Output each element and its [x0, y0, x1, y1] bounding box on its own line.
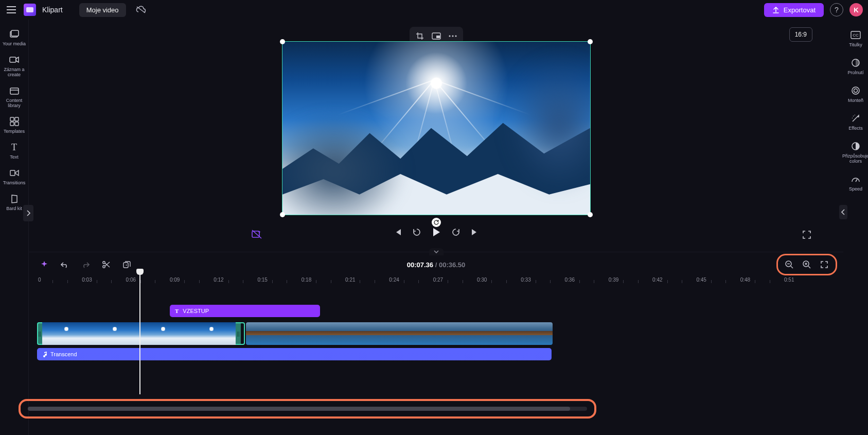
duplicate-button[interactable] [121, 259, 132, 270]
contrast-icon [851, 141, 861, 151]
sidebar-item-record-create[interactable]: Záznam a create [2, 50, 27, 80]
crop-button[interactable] [413, 30, 427, 42]
ruler-minor-tick [770, 280, 770, 283]
sidebar-item-label: Content library [2, 98, 27, 108]
sidebar-item-content-library[interactable]: Content library [2, 81, 27, 111]
ruler-minor-tick [184, 280, 185, 283]
next-button[interactable] [471, 228, 479, 236]
timeline-tracks: T VZESTUP || || [33, 305, 839, 377]
ruler-minor-tick [463, 280, 463, 283]
sidebar-item-text[interactable]: T Text [2, 138, 27, 163]
ruler-tick: 0 [38, 277, 41, 283]
transport-bar [29, 226, 843, 247]
resize-handle-tr[interactable] [588, 39, 593, 44]
trim-handle-left[interactable]: || [37, 322, 42, 345]
svg-point-21 [103, 262, 105, 264]
ruler-minor-tick [725, 280, 726, 283]
sidebar-item-colors[interactable]: Přizpůsobuje colors [844, 137, 867, 167]
ruler-minor-tick [140, 280, 141, 283]
ruler-minor-tick [199, 280, 200, 283]
sidebar-item-transitions[interactable]: Transitions [2, 164, 27, 188]
resize-handle-br[interactable] [588, 212, 593, 217]
audio-clip[interactable]: Transcend [37, 348, 552, 360]
sidebar-item-prolnuti[interactable]: Prolnutí [844, 54, 867, 78]
sidebar-item-templates[interactable]: Templates [2, 112, 27, 137]
play-button[interactable] [432, 227, 441, 237]
user-avatar[interactable]: K [849, 3, 863, 16]
timeline-ruler[interactable]: 00:030:060:090:120:150:180:210:240:270:3… [31, 277, 841, 289]
ruler-tick: 0:24 [389, 277, 399, 283]
ruler-tick: 0:21 [345, 277, 355, 283]
bardkit-icon [9, 194, 20, 204]
back-button[interactable] [412, 228, 421, 237]
ruler-tick: 0:15 [257, 277, 267, 283]
svg-point-13 [854, 89, 858, 93]
sidebar-item-effects[interactable]: Effects [844, 109, 867, 134]
export-button[interactable]: Exportovat [764, 3, 824, 17]
rotate-icon [433, 219, 439, 225]
app-logo [24, 4, 36, 16]
h-scroll-thumb[interactable] [28, 407, 570, 411]
menu-button[interactable] [5, 4, 17, 16]
media-icon [9, 29, 20, 39]
ai-button[interactable] [39, 259, 49, 270]
timeline-toolbar: 00:07.36 / 00:36.50 [29, 252, 843, 277]
text-clip[interactable]: T VZESTUP [170, 305, 320, 317]
sidebar-item-label: Templates [4, 129, 25, 134]
ruler-minor-tick [594, 280, 594, 283]
zoom-in-button[interactable] [802, 259, 812, 270]
ruler-minor-tick [331, 280, 331, 283]
prev-button[interactable] [394, 228, 402, 236]
templates-icon [9, 116, 20, 127]
undo-icon [61, 261, 69, 268]
timeline-panel: 00:07.36 / 00:36.50 00:030:060:090:120:1… [29, 252, 843, 435]
pip-icon [432, 32, 441, 40]
sidebar-item-montent[interactable]: Monteñ [844, 81, 867, 106]
ruler-tick: 0:06 [126, 277, 136, 283]
svg-point-22 [103, 266, 105, 268]
forward-button[interactable] [451, 228, 460, 237]
svg-rect-8 [10, 170, 15, 176]
ruler-minor-tick [228, 280, 229, 283]
redo-button[interactable] [80, 259, 91, 270]
preview-stage: 16:9 [29, 20, 843, 252]
sidebar-item-label: Titulky [849, 42, 862, 47]
h-scroll-track[interactable] [28, 407, 587, 411]
trim-handle-right[interactable]: || [236, 322, 241, 345]
resize-handle-tl[interactable] [280, 39, 285, 44]
undo-button[interactable] [60, 259, 70, 270]
video-clip-selected[interactable]: || || [37, 322, 245, 345]
ruler-minor-tick [111, 280, 112, 283]
auto-trim-button[interactable] [251, 229, 262, 239]
sidebar-item-titulky[interactable]: CC Titulky [844, 26, 867, 50]
help-button[interactable]: ? [830, 3, 843, 16]
sync-off-button[interactable] [135, 4, 147, 15]
transitions-icon [9, 168, 20, 178]
ruler-minor-tick [287, 280, 287, 283]
current-time: 00:07.36 [407, 261, 433, 269]
split-button[interactable] [101, 259, 111, 270]
sidebar-item-speed[interactable]: Speed [844, 170, 867, 195]
svg-rect-7 [15, 122, 19, 126]
playhead[interactable] [139, 273, 140, 394]
pip-button[interactable] [429, 30, 444, 42]
more-button[interactable] [446, 30, 460, 42]
video-clip[interactable] [246, 322, 553, 345]
sidebar-item-label: Your media [3, 41, 26, 46]
ruler-minor-tick [491, 280, 492, 283]
ruler-minor-tick [418, 280, 419, 283]
aspect-ratio-button[interactable]: 16:9 [789, 27, 812, 42]
resize-handle-bl[interactable] [280, 212, 285, 217]
preview-canvas[interactable] [282, 41, 591, 215]
ruler-minor-tick [404, 280, 404, 283]
sidebar-item-your-media[interactable]: Your media [2, 25, 27, 49]
horizontal-scroll-highlighted [19, 399, 596, 419]
audio-clip-label: Transcend [50, 351, 77, 357]
project-name-button[interactable]: Moje video [79, 3, 126, 17]
fullscreen-button[interactable] [802, 230, 811, 239]
ruler-tick: 0:27 [433, 277, 443, 283]
ruler-minor-tick [360, 280, 360, 283]
zoom-out-button[interactable] [784, 259, 794, 270]
zoom-fit-button[interactable] [819, 259, 829, 270]
export-label: Exportovat [784, 6, 816, 14]
